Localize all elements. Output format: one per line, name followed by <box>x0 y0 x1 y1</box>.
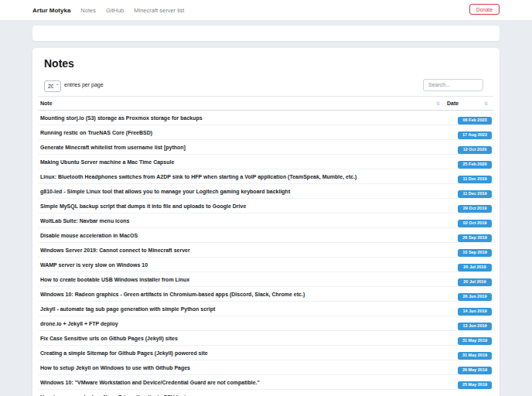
table-row[interactable]: How to setup Jekyll on Windows to use wi… <box>39 360 493 375</box>
date-badge: 13 Jun 2019 <box>458 323 492 331</box>
brand-link[interactable]: Artur Motyka <box>32 7 70 14</box>
search-input[interactable] <box>423 79 483 91</box>
note-title-link[interactable]: g810-led - Simple Linux tool that allows… <box>39 184 445 199</box>
table-row[interactable]: Making Ubuntu Server machine a Mac Time … <box>39 155 493 169</box>
note-title-link[interactable]: Creating a simple Sitemap for Github Pag… <box>39 346 445 360</box>
date-badge: 20 Jul 2019 <box>458 264 492 272</box>
date-cell: 20 Jul 2019 <box>445 272 493 287</box>
note-title-link[interactable]: Fix Case Sensitive urls on Github Pages … <box>39 331 445 346</box>
note-title-link[interactable]: Windows Server 2019: Cannot connect to M… <box>39 243 445 258</box>
entries-select[interactable]: 20 <box>44 80 61 92</box>
top-navbar: Artur Motyka Notes GitHub Minecraft serv… <box>0 0 532 20</box>
table-row[interactable]: g810-led - Simple Linux tool that allows… <box>39 184 493 199</box>
table-row[interactable]: Windows 10: Radeon graphics - Green arti… <box>39 287 493 302</box>
nav-link-github[interactable]: GitHub <box>106 7 124 14</box>
notes-table-body: Mounting storj.io (S3) storage as Proxmo… <box>39 111 493 396</box>
note-title-link[interactable]: WAMP server is very slow on Windows 10 <box>39 258 445 272</box>
date-badge: 02 Oct 2019 <box>458 220 492 228</box>
date-cell: 31 May 2019 <box>445 331 493 346</box>
date-cell: 26 Jun 2019 <box>445 287 493 302</box>
table-row[interactable]: Fix Case Sensitive urls on Github Pages … <box>39 331 493 346</box>
table-row[interactable]: Creating a simple Sitemap for Github Pag… <box>39 346 493 360</box>
table-controls: 20 ⌄ entries per page <box>44 77 488 92</box>
date-badge: 11 Dec 2019 <box>458 176 492 184</box>
date-cell: 02 Oct 2019 <box>445 213 493 228</box>
note-title-link[interactable]: Generate Minecraft whitelist from userna… <box>39 140 445 155</box>
note-title-link[interactable]: Running restic on TrueNAS Core (FreeBSD) <box>39 125 445 140</box>
sort-icon[interactable]: ⇅ <box>436 101 440 106</box>
date-badge: 31 May 2019 <box>458 337 492 346</box>
date-cell: 25 Feb 2020 <box>445 155 493 169</box>
page-title: Notes <box>44 57 493 70</box>
table-row[interactable]: Jekyll - automate tag sub page generatio… <box>39 302 493 316</box>
date-badge: 11 Dec 2019 <box>458 190 492 199</box>
table-row[interactable]: drone.io + Jekyll + FTP deploy 13 Jun 20… <box>39 316 493 331</box>
note-title-link[interactable]: Linux: Bluetooth Headphones switches fro… <box>39 169 445 184</box>
note-title-link[interactable]: Making Ubuntu Server machine a Mac Time … <box>39 155 445 169</box>
table-header-row: Note ⇅ Date ⇅ <box>39 97 493 111</box>
notes-table: Note ⇅ Date ⇅ Mounting storj.io (S3) sto… <box>39 96 493 396</box>
date-badge: 17 Aug 2022 <box>458 131 492 140</box>
date-badge: 25 May 2019 <box>458 381 492 390</box>
note-title-link[interactable]: drone.io + Jekyll + FTP deploy <box>39 316 445 331</box>
date-badge: 06 Feb 2023 <box>458 117 492 125</box>
note-title-link[interactable]: Windows 10: "VMware Workstation and Devi… <box>39 375 445 390</box>
date-badge: 25 Feb 2020 <box>458 161 492 169</box>
entries-per-page: 20 ⌄ entries per page <box>44 77 104 92</box>
date-cell: 25 May 2019 <box>445 375 493 390</box>
date-cell: 26 Sep 2019 <box>445 228 493 243</box>
table-row[interactable]: How to use your Ledger Nano S to authent… <box>39 390 493 396</box>
breadcrumb-strip-wrap <box>0 20 532 41</box>
note-title-link[interactable]: Mounting storj.io (S3) storage as Proxmo… <box>39 111 445 125</box>
date-cell: 11 Dec 2019 <box>445 184 493 199</box>
table-row[interactable]: Windows Server 2019: Cannot connect to M… <box>39 243 493 258</box>
note-title-link[interactable]: Simple MySQL backup script that dumps it… <box>39 199 445 213</box>
table-row[interactable]: Simple MySQL backup script that dumps it… <box>39 199 493 213</box>
column-header-note[interactable]: Note ⇅ <box>39 97 445 111</box>
nav-link-notes[interactable]: Notes <box>80 7 96 14</box>
date-badge: 31 May 2019 <box>458 352 492 360</box>
sort-icon[interactable]: ⇅ <box>484 101 488 106</box>
table-row[interactable]: How to create bootable USB Windows insta… <box>39 272 493 287</box>
date-cell: 14 May 2019 <box>445 390 493 396</box>
note-title-link[interactable]: Windows 10: Radeon graphics - Green arti… <box>39 287 445 302</box>
note-title-link[interactable]: How to create bootable USB Windows insta… <box>39 272 445 287</box>
note-title-link[interactable]: WoltLab Suite: Navbar menu icons <box>39 213 445 228</box>
date-cell: 17 Aug 2022 <box>445 125 493 140</box>
date-badge: 20 Jul 2019 <box>458 278 492 287</box>
date-badge: 29 Oct 2019 <box>458 205 492 213</box>
table-row[interactable]: Disable mouse acceleration in MacOS 26 S… <box>39 228 493 243</box>
table-row[interactable]: WAMP server is very slow on Windows 10 2… <box>39 258 493 272</box>
date-badge: 14 Jun 2019 <box>458 308 492 316</box>
note-title-link[interactable]: Jekyll - automate tag sub page generatio… <box>39 302 445 316</box>
table-row[interactable]: Linux: Bluetooth Headphones switches fro… <box>39 169 493 184</box>
donate-button[interactable]: Donate <box>469 4 500 15</box>
note-title-link[interactable]: Disable mouse acceleration in MacOS <box>39 228 445 243</box>
date-cell: 31 May 2019 <box>445 346 493 360</box>
date-cell: 20 Jul 2019 <box>445 258 493 272</box>
table-row[interactable]: Generate Minecraft whitelist from userna… <box>39 140 493 155</box>
date-cell: 06 Feb 2023 <box>445 111 493 125</box>
column-header-date[interactable]: Date ⇅ <box>445 97 493 111</box>
entries-label: entries per page <box>64 82 104 87</box>
table-row[interactable]: Running restic on TrueNAS Core (FreeBSD)… <box>39 125 493 140</box>
date-cell: 14 Jun 2019 <box>445 302 493 316</box>
date-badge: 26 May 2019 <box>458 367 492 375</box>
table-row[interactable]: Windows 10: "VMware Workstation and Devi… <box>39 375 493 390</box>
date-cell: 10 Sep 2019 <box>445 243 493 258</box>
date-cell: 26 May 2019 <box>445 360 493 375</box>
note-title-link[interactable]: How to use your Ledger Nano S to authent… <box>39 390 445 396</box>
date-badge: 26 Jun 2019 <box>458 293 492 302</box>
date-badge: 10 Sep 2019 <box>458 249 492 258</box>
nav-link-minecraft-server-list[interactable]: Minecraft server list <box>134 7 184 14</box>
table-row[interactable]: Mounting storj.io (S3) storage as Proxmo… <box>39 111 493 125</box>
date-badge: 12 Oct 2020 <box>458 146 492 155</box>
date-badge: 26 Sep 2019 <box>458 234 492 243</box>
note-title-link[interactable]: How to setup Jekyll on Windows to use wi… <box>39 360 445 375</box>
table-row[interactable]: WoltLab Suite: Navbar menu icons 02 Oct … <box>39 213 493 228</box>
breadcrumb-strip <box>32 26 500 41</box>
date-cell: 13 Jun 2019 <box>445 316 493 331</box>
notes-card: Notes 20 ⌄ entries per page Note ⇅ <box>32 48 500 396</box>
date-cell: 11 Dec 2019 <box>445 169 493 184</box>
date-cell: 12 Oct 2020 <box>445 140 493 155</box>
